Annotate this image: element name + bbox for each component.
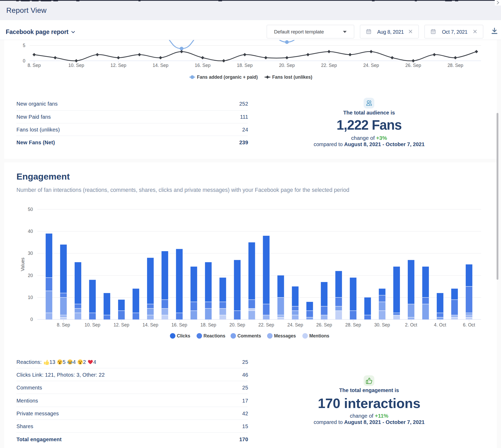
svg-text:2. Oct: 2. Oct: [405, 322, 417, 328]
svg-text:10: 10: [28, 295, 33, 300]
svg-text:8. Sep: 8. Sep: [57, 322, 70, 328]
svg-text:26. Sep: 26. Sep: [316, 322, 332, 328]
svg-text:22. Sep: 22. Sep: [258, 322, 274, 328]
svg-text:Values: Values: [20, 257, 25, 271]
svg-text:18. Sep: 18. Sep: [237, 63, 253, 68]
svg-text:10. Sep: 10. Sep: [68, 63, 84, 68]
svg-text:14. Sep: 14. Sep: [143, 322, 158, 328]
svg-text:12. Sep: 12. Sep: [110, 63, 126, 68]
svg-text:Comments: Comments: [237, 333, 261, 338]
svg-text:Reactions: Reactions: [203, 333, 225, 338]
svg-text:6. Oct: 6. Oct: [463, 322, 475, 328]
svg-text:16. Sep: 16. Sep: [195, 63, 211, 68]
svg-text:20. Sep: 20. Sep: [229, 322, 245, 328]
svg-text:16. Sep: 16. Sep: [171, 322, 187, 328]
svg-text:8. Sep: 8. Sep: [27, 63, 41, 68]
svg-text:0: 0: [23, 58, 25, 64]
svg-text:Fans lost (unlikes): Fans lost (unlikes): [272, 74, 312, 80]
svg-text:Fans added (organic + paid): Fans added (organic + paid): [197, 74, 258, 80]
svg-text:5: 5: [23, 43, 25, 48]
svg-text:26. Sep: 26. Sep: [405, 63, 421, 68]
svg-text:30: 30: [28, 251, 33, 256]
svg-text:4. Oct: 4. Oct: [434, 322, 446, 328]
svg-text:24. Sep: 24. Sep: [287, 322, 303, 328]
svg-text:28. Sep: 28. Sep: [345, 322, 361, 328]
svg-text:20: 20: [28, 273, 33, 278]
svg-text:22. Sep: 22. Sep: [321, 63, 337, 68]
svg-text:10. Sep: 10. Sep: [85, 322, 100, 328]
svg-text:12. Sep: 12. Sep: [114, 322, 129, 328]
svg-text:40: 40: [28, 229, 33, 234]
svg-text:28. Sep: 28. Sep: [447, 63, 463, 68]
svg-text:14. Sep: 14. Sep: [153, 63, 168, 68]
svg-text:Mentions: Mentions: [309, 333, 329, 338]
svg-text:0: 0: [30, 317, 33, 322]
svg-text:20. Sep: 20. Sep: [279, 63, 295, 68]
svg-text:Messages: Messages: [274, 333, 296, 338]
svg-text:18. Sep: 18. Sep: [200, 322, 216, 328]
svg-text:30. Sep: 30. Sep: [374, 322, 390, 328]
svg-text:50: 50: [28, 207, 33, 212]
svg-text:24. Sep: 24. Sep: [363, 63, 379, 68]
svg-text:Clicks: Clicks: [177, 333, 190, 338]
